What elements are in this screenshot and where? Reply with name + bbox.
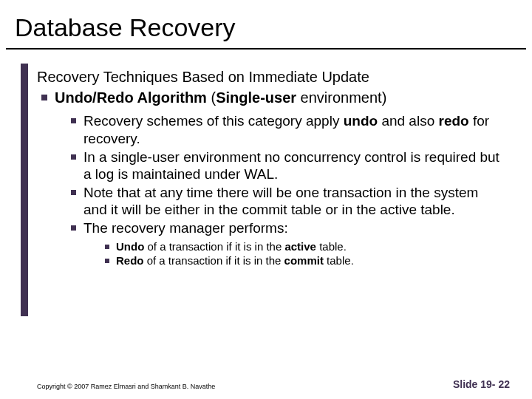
square-bullet-icon xyxy=(71,190,76,195)
footer: Copyright © 2007 Ramez Elmasri and Shamk… xyxy=(0,378,532,390)
bullet-level2-text: Recovery schemes of this category apply … xyxy=(83,112,502,146)
bullet-level2: Recovery schemes of this category apply … xyxy=(71,112,502,146)
subtitle: Recovery Techniques Based on Immediate U… xyxy=(37,69,502,86)
bullet-level1-text: Undo/Redo Algorithm (Single-user environ… xyxy=(55,89,386,106)
bullet-level3: Undo of a transaction if it is in the ac… xyxy=(105,240,502,254)
bullet-level2-text: Note that at any time there will be one … xyxy=(83,184,502,218)
square-bullet-icon xyxy=(105,259,109,263)
square-bullet-icon xyxy=(41,95,47,100)
bullet-level3-text: Redo of a transaction if it is in the co… xyxy=(116,254,354,268)
bullet-level2: The recovery manager performs: xyxy=(71,219,502,236)
square-bullet-icon xyxy=(71,154,76,160)
square-bullet-icon xyxy=(71,225,76,231)
slide-number: Slide 19- 22 xyxy=(453,378,510,390)
level2-list: Recovery schemes of this category apply … xyxy=(71,112,502,268)
bullet-level2-text: The recovery manager performs: xyxy=(83,219,288,236)
bullet-level1: Undo/Redo Algorithm (Single-user environ… xyxy=(37,89,502,106)
bullet-level3-text: Undo of a transaction if it is in the ac… xyxy=(116,240,347,254)
square-bullet-icon xyxy=(71,118,76,123)
square-bullet-icon xyxy=(105,245,109,249)
bullet-level3: Redo of a transaction if it is in the co… xyxy=(105,254,502,268)
content-area: Recovery Techniques Based on Immediate U… xyxy=(0,50,532,268)
slide-title: Database Recovery xyxy=(15,13,517,42)
bullet-level2-text: In a single-user environment no concurre… xyxy=(83,149,502,183)
bullet-level2: Note that at any time there will be one … xyxy=(71,184,502,218)
level3-list: Undo of a transaction if it is in the ac… xyxy=(105,240,502,269)
bullet-level2: In a single-user environment no concurre… xyxy=(71,149,502,183)
copyright-text: Copyright © 2007 Ramez Elmasri and Shamk… xyxy=(37,383,215,390)
title-block: Database Recovery xyxy=(0,0,532,48)
